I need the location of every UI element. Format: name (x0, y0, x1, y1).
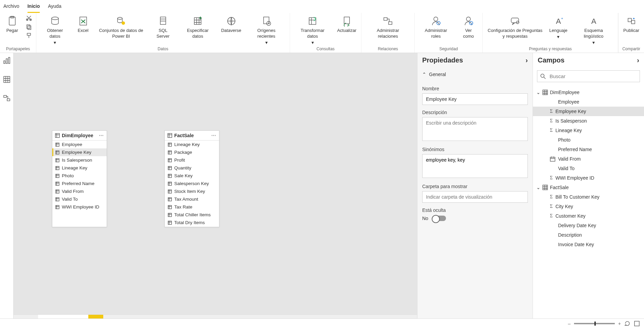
report-view-icon[interactable] (3, 56, 11, 65)
publicar-button[interactable]: Publicar (622, 14, 641, 34)
tree-field-row[interactable]: Description (533, 230, 644, 240)
svg-text:+: + (561, 17, 563, 20)
origenes-button[interactable]: Orígenes recientes ▾ (247, 14, 286, 46)
table-field-row[interactable]: Quantity (165, 164, 219, 172)
table-field-row[interactable]: Total Chiller Items (165, 211, 219, 219)
table-field-row[interactable]: Valid From (52, 187, 107, 195)
config-preguntas-button[interactable]: Configuración de Preguntas y respuestas (486, 14, 544, 40)
table-card-header[interactable]: FactSale ⋯ (165, 131, 219, 141)
cut-icon[interactable] (25, 14, 33, 22)
tree-field-row[interactable]: ΣEmployee Key (533, 107, 644, 116)
zoom-slider[interactable] (574, 323, 615, 324)
tree-field-row[interactable]: Photo (533, 135, 644, 145)
field-label: Photo (62, 173, 74, 178)
conjuntos-button[interactable]: Conjuntos de datos de Power BI (96, 14, 146, 40)
tree-field-row[interactable]: ΣCustomer Key (533, 211, 644, 221)
collapse-fields-icon[interactable]: › (637, 56, 639, 64)
zoom-in[interactable]: + (618, 321, 621, 326)
sinonimos-label: Sinónimos (422, 147, 528, 152)
table-field-row[interactable]: Lineage Key (165, 141, 219, 148)
table-field-row[interactable]: Stock Item Key (165, 187, 219, 195)
model-canvas[interactable]: DimEmployee ⋯ EmployeeEmployee KeyIs Sal… (14, 53, 417, 314)
menu-inicio[interactable]: Inicio (28, 2, 40, 13)
tree-field-row[interactable]: Valid To (533, 164, 644, 173)
table-field-row[interactable]: Preferred Name (52, 180, 107, 187)
table-card-more-icon[interactable]: ⋯ (211, 133, 216, 138)
table-card-dimemployee[interactable]: DimEmployee ⋯ EmployeeEmployee KeyIs Sal… (52, 130, 107, 227)
carpeta-input[interactable] (422, 191, 528, 203)
tree-field-row[interactable]: ΣLineage Key (533, 126, 644, 135)
table-field-row[interactable]: Is Salesperson (52, 156, 107, 164)
administrar-relaciones-button[interactable]: Administrar relaciones (365, 14, 411, 40)
table-field-row[interactable]: Salesperson Key (165, 180, 219, 187)
manage-roles-icon (430, 15, 442, 27)
table-field-row[interactable]: WWI Employee ID (52, 203, 107, 211)
table-field-row[interactable]: Employee Key (52, 148, 107, 156)
field-label: WWI Employee ID (62, 204, 99, 209)
tree-field-row[interactable]: Invoice Date Key (533, 240, 644, 249)
nombre-input[interactable] (422, 93, 528, 105)
tree-field-row[interactable]: ΣCity Key (533, 202, 644, 211)
obtener-datos-button[interactable]: Obtener datos ▾ (40, 14, 70, 46)
table-field-row[interactable]: Valid To (52, 195, 107, 203)
transformar-button[interactable]: Transformar datos ▾ (293, 14, 332, 46)
copy-icon[interactable] (25, 23, 33, 31)
table-card-more-icon[interactable]: ⋯ (99, 133, 104, 138)
svg-rect-47 (168, 133, 172, 138)
menu-ayuda[interactable]: Ayuda (48, 2, 61, 13)
tree-field-row[interactable]: ΣIs Salesperson (533, 116, 644, 126)
table-field-row[interactable]: Lineage Key (52, 164, 107, 172)
oculta-toggle[interactable] (433, 216, 446, 221)
publicar-label: Publicar (623, 28, 639, 34)
svg-rect-16 (309, 18, 316, 24)
menu-archivo[interactable]: Archivo (3, 2, 19, 13)
tree-table-row[interactable]: ⌄FactSale (533, 183, 644, 192)
esquema-button[interactable]: A Esquema lingüístico ▾ (573, 14, 614, 46)
tree-field-row[interactable]: ΣBill To Customer Key (533, 192, 644, 202)
descripcion-textarea[interactable] (422, 117, 528, 141)
table-field-row[interactable]: Employee (52, 141, 107, 148)
especificar-button[interactable]: Especificar datos (180, 14, 216, 40)
sql-server-button[interactable]: SQL Server (150, 14, 176, 40)
format-painter-icon[interactable] (25, 32, 33, 39)
fit-to-page-icon[interactable] (624, 321, 630, 327)
svg-rect-19 (389, 22, 392, 24)
table-field-row[interactable]: Tax Rate (165, 203, 219, 211)
ver-como-button[interactable]: Ver como (458, 14, 479, 40)
svg-rect-50 (168, 159, 172, 162)
tree-field-row[interactable]: ΣWWI Employee ID (533, 173, 644, 183)
svg-rect-42 (56, 174, 59, 178)
tree-field-row[interactable]: Delivery Date Key (533, 221, 644, 230)
table-card-header[interactable]: DimEmployee ⋯ (52, 131, 107, 141)
field-label: Stock Item Key (174, 189, 205, 194)
collapse-properties-icon[interactable]: › (525, 56, 528, 64)
table-field-row[interactable]: Sale Key (165, 172, 219, 180)
tree-field-row[interactable]: Valid From (533, 154, 644, 164)
zoom-out[interactable]: – (568, 321, 571, 326)
section-general[interactable]: ⌃ General (422, 68, 528, 81)
table-card-factsale[interactable]: FactSale ⋯ Lineage KeyPackageProfitQuant… (164, 130, 219, 227)
table-field-row[interactable]: Package (165, 148, 219, 156)
administrar-roles-button[interactable]: Administrar roles (418, 14, 454, 40)
table-field-row[interactable]: Profit (165, 156, 219, 164)
sinonimos-textarea[interactable] (422, 154, 528, 178)
tree-field-label: Employee Key (555, 109, 586, 114)
lenguaje-button[interactable]: A+ Lenguaje ▾ (548, 14, 569, 40)
search-input[interactable] (537, 70, 640, 82)
tree-table-row[interactable]: ⌄DimEmployee (533, 88, 644, 97)
table-field-row[interactable]: Tax Amount (165, 195, 219, 203)
tree-field-row[interactable]: Employee (533, 97, 644, 107)
column-icon (55, 205, 60, 209)
model-view-icon[interactable] (3, 94, 11, 103)
table-field-row[interactable]: Photo (52, 172, 107, 180)
actualizar-button[interactable]: Actualizar (336, 14, 358, 34)
svg-rect-31 (4, 61, 5, 63)
table-field-row[interactable]: Total Dry Items (165, 219, 219, 226)
excel-button[interactable]: Excel (74, 14, 92, 34)
tree-field-row[interactable]: Preferred Name (533, 145, 644, 154)
fullscreen-icon[interactable] (634, 321, 640, 327)
dataverse-button[interactable]: Dataverse (220, 14, 243, 34)
pegar-button[interactable]: Pegar (3, 14, 21, 34)
data-view-icon[interactable] (3, 75, 11, 84)
transformar-label: Transformar datos (295, 28, 330, 39)
